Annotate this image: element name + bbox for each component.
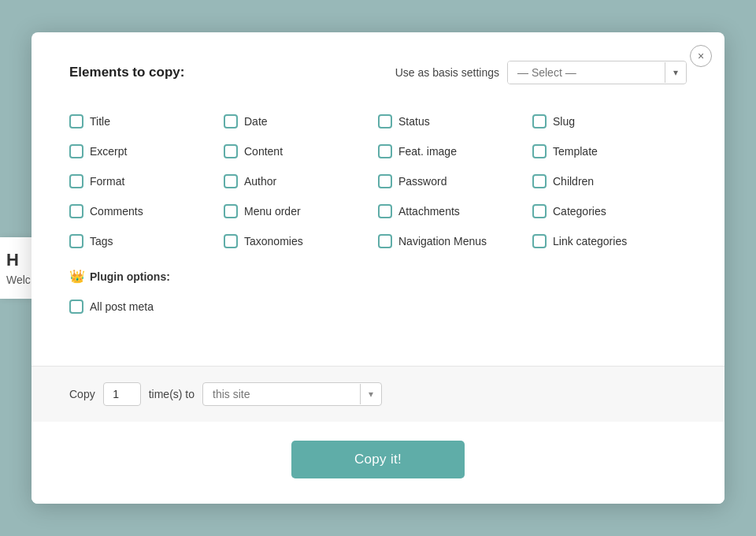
checkbox-item-children: Children [532, 166, 687, 196]
label-menu_order[interactable]: Menu order [244, 205, 301, 218]
crown-icon: 👑 [69, 269, 85, 284]
label-tags[interactable]: Tags [90, 235, 113, 248]
checkbox-item-taxonomies: Taxonomies [224, 226, 378, 256]
checkbox-item-title: Title [69, 106, 224, 136]
basis-settings-row: Use as basis settings ▾ [395, 61, 687, 84]
plugin-section: 👑 Plugin options: All post meta [69, 269, 687, 322]
basis-select-arrow[interactable]: ▾ [665, 62, 686, 83]
checkbox-item-password: Password [378, 166, 532, 196]
checkbox-item-link_categories: Link categories [532, 226, 687, 256]
checkbox-item-categories: Categories [532, 196, 687, 226]
checkbox-item-excerpt: Excerpt [69, 136, 224, 166]
label-feat_image[interactable]: Feat. image [398, 145, 457, 158]
checkbox-children[interactable] [532, 174, 547, 188]
label-comments[interactable]: Comments [90, 205, 143, 218]
plugin-options-label: 👑 Plugin options: [69, 269, 687, 284]
label-children[interactable]: Children [553, 175, 594, 188]
copy-it-section: Copy it! [32, 422, 724, 504]
checkbox-author[interactable] [224, 174, 238, 188]
checkbox-comments[interactable] [69, 204, 83, 218]
checkbox-item-template: Template [532, 136, 687, 166]
checkbox-item-comments: Comments [69, 196, 224, 226]
checkbox-template[interactable] [532, 144, 547, 158]
checkbox-feat_image[interactable] [378, 144, 392, 158]
elements-to-copy-label: Elements to copy: [69, 65, 184, 80]
checkbox-item-feat_image: Feat. image [378, 136, 532, 166]
copy-times-input[interactable] [103, 382, 141, 406]
label-link_categories[interactable]: Link categories [553, 235, 627, 248]
label-title[interactable]: Title [90, 115, 110, 128]
copy-dialog: × Elements to copy: Use as basis setting… [32, 32, 724, 504]
checkbox-item-author: Author [224, 166, 378, 196]
copy-label: Copy [69, 388, 95, 400]
checkbox-attachments[interactable] [378, 204, 392, 218]
sidebar-welc-label: Welc [6, 274, 31, 286]
checkbox-item-slug: Slug [532, 106, 687, 136]
sidebar-h-label: H [6, 250, 31, 270]
checkbox-link_categories[interactable] [532, 234, 547, 248]
checkbox-status[interactable] [378, 114, 392, 128]
times-label: time(s) to [149, 388, 195, 400]
label-template[interactable]: Template [553, 145, 598, 158]
site-select-arrow[interactable]: ▾ [360, 384, 381, 404]
checkbox-item-menu_order: Menu order [224, 196, 378, 226]
checkbox-content[interactable] [224, 144, 238, 158]
copy-row-section: Copy time(s) to ▾ [32, 367, 724, 422]
label-excerpt[interactable]: Excerpt [90, 145, 127, 158]
basis-select-wrapper: ▾ [507, 61, 687, 84]
modal-body: Elements to copy: Use as basis settings … [32, 32, 724, 347]
checkbox-item-nav_menus: Navigation Menus [378, 226, 532, 256]
label-slug[interactable]: Slug [553, 115, 575, 128]
label-categories[interactable]: Categories [553, 205, 606, 218]
close-button[interactable]: × [690, 45, 712, 67]
basis-settings-label: Use as basis settings [395, 66, 499, 79]
label-format[interactable]: Format [90, 175, 124, 188]
checkboxes-grid: TitleDateStatusSlugExcerptContentFeat. i… [69, 106, 687, 256]
checkbox-excerpt[interactable] [69, 144, 83, 158]
basis-select-input[interactable] [508, 61, 665, 84]
label-nav_menus[interactable]: Navigation Menus [398, 235, 487, 248]
checkbox-password[interactable] [378, 174, 392, 188]
checkbox-format[interactable] [69, 174, 83, 188]
label-author[interactable]: Author [244, 175, 276, 188]
all-post-meta-label[interactable]: All post meta [90, 300, 154, 313]
copy-it-button[interactable]: Copy it! [291, 441, 465, 478]
checkbox-date[interactable] [224, 114, 238, 128]
all-post-meta-item: All post meta [69, 292, 687, 322]
checkbox-item-tags: Tags [69, 226, 224, 256]
checkbox-tags[interactable] [69, 234, 83, 248]
checkbox-menu_order[interactable] [224, 204, 238, 218]
label-password[interactable]: Password [398, 175, 447, 188]
label-taxonomies[interactable]: Taxonomies [244, 235, 303, 248]
checkbox-slug[interactable] [532, 114, 547, 128]
checkbox-nav_menus[interactable] [378, 234, 392, 248]
site-select-wrapper: ▾ [202, 382, 382, 406]
label-date[interactable]: Date [244, 115, 268, 128]
modal-overlay: H Welc × Elements to copy: Use as basis … [0, 0, 756, 536]
checkbox-item-content: Content [224, 136, 378, 166]
checkbox-item-format: Format [69, 166, 224, 196]
all-post-meta-checkbox[interactable] [69, 300, 83, 314]
checkbox-item-date: Date [224, 106, 378, 136]
header-row: Elements to copy: Use as basis settings … [69, 61, 687, 84]
checkbox-taxonomies[interactable] [224, 234, 238, 248]
checkbox-item-status: Status [378, 106, 532, 136]
label-content[interactable]: Content [244, 145, 283, 158]
label-status[interactable]: Status [398, 115, 430, 128]
site-select-input[interactable] [203, 383, 360, 405]
checkbox-title[interactable] [69, 114, 83, 128]
checkbox-categories[interactable] [532, 204, 547, 218]
checkbox-item-attachments: Attachments [378, 196, 532, 226]
label-attachments[interactable]: Attachments [398, 205, 460, 218]
